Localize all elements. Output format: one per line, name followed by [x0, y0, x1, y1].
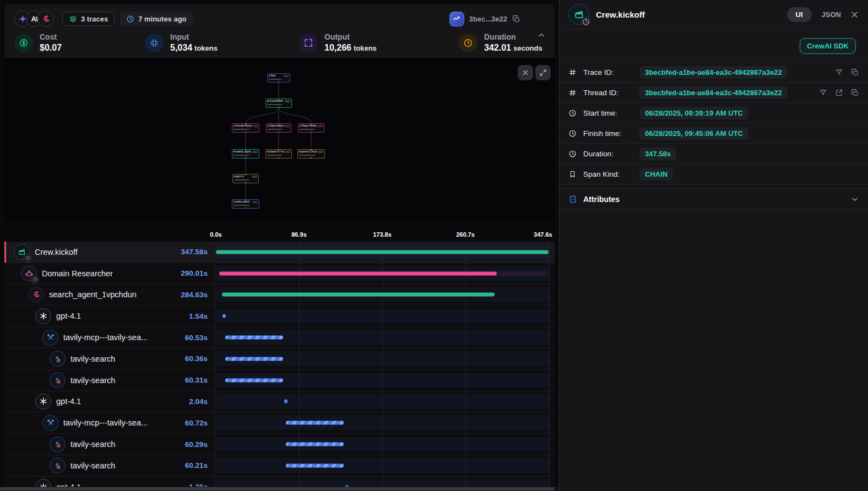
- graph-node-crew[interactable]: Crew.kickoff: [265, 99, 292, 108]
- node-label: Report Writer: [302, 124, 317, 127]
- crew-icon: [14, 244, 30, 260]
- graph-node-agent2[interactable]: Data Analyst: [266, 123, 291, 133]
- node-label: gemini-2.5-pro: [301, 150, 317, 153]
- tab-ui[interactable]: UI: [787, 7, 812, 22]
- stat-unit: seconds: [513, 44, 542, 52]
- span-timeline-cell: [215, 263, 555, 284]
- traces-count-badge[interactable]: 3 traces: [62, 12, 115, 26]
- gridline: [549, 412, 549, 433]
- span-duration: 60.31s: [185, 376, 214, 384]
- copy-icon[interactable]: [851, 68, 859, 77]
- gridline: [465, 348, 466, 369]
- timeline-track: [216, 395, 550, 409]
- graph-edges: [4, 58, 555, 222]
- close-icon[interactable]: [850, 10, 859, 19]
- timeline-track: [216, 459, 550, 473]
- duration-badge-icon: [31, 275, 39, 283]
- node-handle: [278, 132, 280, 133]
- graph-node-tool[interactable]: tavily-search: [232, 199, 259, 209]
- gridline: [382, 348, 383, 369]
- node-handle: [245, 208, 247, 209]
- trace-age-label: 7 minutes ago: [138, 15, 186, 23]
- graph-node-sub2[interactable]: claude-3-7-sonnet: [265, 149, 292, 159]
- trace-id-group: 3bec...3e22: [449, 12, 547, 26]
- gridline: [549, 285, 549, 305]
- chevron-down-icon[interactable]: [850, 195, 859, 204]
- horizontal-scrollbar[interactable]: [0, 487, 559, 491]
- node-subtext: [234, 205, 249, 206]
- node-type-dot: [234, 176, 236, 177]
- filter-icon[interactable]: [819, 89, 827, 97]
- node-handle: [311, 132, 312, 133]
- span-row[interactable]: tavily-mcp---tavily-sea...60.53s: [4, 327, 555, 348]
- graph-node-agent3[interactable]: Report Writer: [298, 123, 324, 133]
- span-bar: [216, 250, 549, 254]
- graph-expand-button[interactable]: [535, 65, 551, 80]
- span-bar: [286, 443, 344, 446]
- scrollbar-thumb[interactable]: [0, 487, 555, 490]
- span-row[interactable]: gpt-4.11.36s: [4, 477, 555, 487]
- gridline: [299, 348, 300, 369]
- copy-icon[interactable]: [851, 89, 859, 97]
- gridline: [549, 305, 549, 326]
- span-name: tavily-search: [70, 461, 115, 470]
- span-row[interactable]: Crew.kickoff347.58s: [4, 242, 555, 263]
- avatar-group: A\: [12, 10, 49, 27]
- span-row[interactable]: gpt-4.11.54s: [4, 305, 555, 327]
- field-row: Finish time:06/28/2025, 09:45:06 AM UTC: [560, 123, 868, 144]
- graph-node-sub1[interactable]: search_agent_1vpchdun: [232, 149, 259, 159]
- span-timeline-cell: [215, 477, 555, 487]
- span-row[interactable]: tavily-search60.29s: [4, 434, 555, 455]
- node-label: Run: [271, 74, 283, 77]
- graph-node-sub3[interactable]: gemini-2.5-pro: [297, 149, 325, 159]
- tools-icon: [42, 330, 58, 346]
- copy-icon[interactable]: [512, 15, 520, 23]
- span-timeline-cell: [215, 391, 555, 412]
- gridline: [299, 391, 300, 412]
- span-timeline-cell: [215, 434, 555, 455]
- node-badge: [284, 125, 290, 127]
- dollar-icon: [14, 34, 33, 52]
- trace-chart-button[interactable]: [449, 12, 464, 26]
- span-bar: [225, 378, 283, 382]
- gridline: [549, 327, 549, 348]
- node-handle: [278, 81, 280, 83]
- gridline: [382, 370, 383, 391]
- bookmark-icon: [568, 170, 578, 178]
- span-row[interactable]: Domain Researcher290.01s: [4, 263, 555, 285]
- node-type-dot: [267, 151, 269, 152]
- stat-output: Output10,266tokens: [299, 32, 459, 53]
- span-timeline-cell: [215, 327, 555, 348]
- span-name: tavily-search: [70, 354, 115, 363]
- graph-node-run[interactable]: Run: [267, 73, 290, 83]
- tavily-icon: [50, 351, 66, 367]
- span-row[interactable]: tavily-mcp---tavily-sea...60.72s: [4, 412, 555, 434]
- span-row[interactable]: gpt-4.12.04s: [4, 391, 555, 413]
- clock-amber-icon: [459, 34, 478, 52]
- span-row[interactable]: tavily-search60.36s: [4, 348, 555, 370]
- attributes-section-toggle[interactable]: Attributes: [560, 188, 868, 210]
- node-subtext: [267, 155, 282, 156]
- span-name: search_agent_1vpchdun: [49, 290, 137, 299]
- graph-node-gpt[interactable]: gpt-4.1: [232, 174, 259, 183]
- node-handle: [245, 199, 247, 200]
- span-row[interactable]: tavily-search60.21s: [4, 455, 555, 477]
- span-row[interactable]: tavily-search60.31s: [4, 370, 555, 391]
- field-value-chip: 3becbfed-a1be-ae84-ea3c-4942867a3e22: [639, 66, 788, 79]
- attributes-label: Attributes: [583, 195, 620, 204]
- gridline: [465, 391, 466, 412]
- tab-json[interactable]: JSON: [822, 10, 841, 19]
- graph-close-button[interactable]: [518, 65, 533, 80]
- node-label: Domain Researcher: [236, 124, 252, 127]
- filter-icon[interactable]: [835, 68, 843, 77]
- field-row: Span Kind:CHAIN: [560, 164, 868, 184]
- gridline: [549, 370, 549, 391]
- chevron-up-icon[interactable]: [537, 31, 546, 42]
- hash-icon: [568, 68, 578, 77]
- node-handle: [245, 182, 247, 183]
- span-row[interactable]: search_agent_1vpchdun284.63s: [4, 285, 555, 306]
- external-icon[interactable]: [835, 89, 843, 97]
- field-label: Span Kind:: [583, 170, 634, 178]
- graph-node-agent1[interactable]: Domain Researcher: [232, 123, 259, 133]
- node-label: Crew.kickoff: [269, 100, 284, 102]
